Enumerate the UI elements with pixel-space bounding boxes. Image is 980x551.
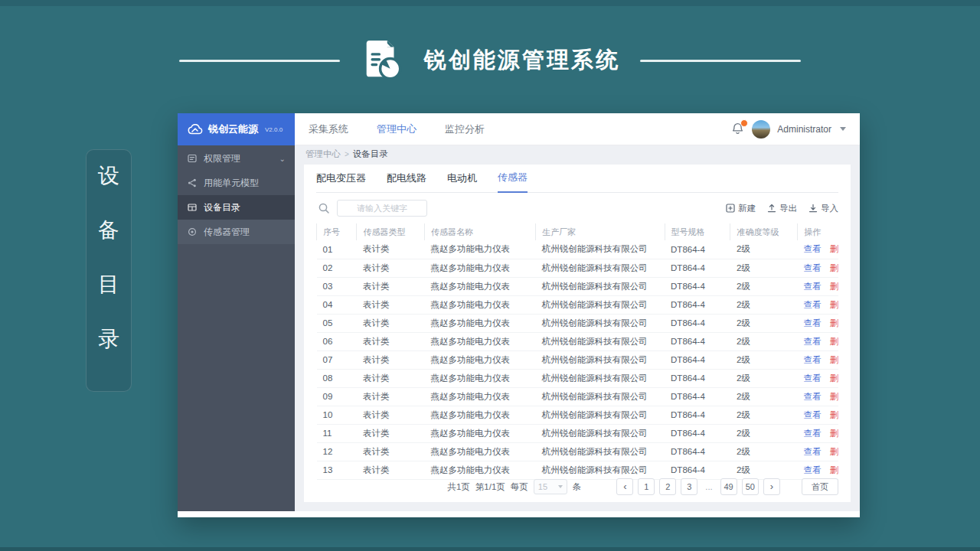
delete-link[interactable]: 删除	[830, 410, 838, 419]
table-header: 序号 传感器类型 传感器名称 生产厂家 型号规格 准确度等级 操作	[317, 223, 839, 240]
cell-model: DT864-4	[665, 424, 730, 442]
topbar-right: Administrator	[731, 120, 846, 139]
view-link[interactable]: 查看	[804, 300, 822, 309]
cell-model: DT864-4	[665, 442, 730, 461]
page-button-3[interactable]: 3	[681, 478, 697, 495]
sidebar-item-permissions[interactable]: 权限管理 ⌄	[178, 146, 295, 171]
delete-link[interactable]: 删除	[830, 337, 838, 346]
table-row: 04 表计类 燕赵多功能电力仪表 杭州锐创能源科技有限公司 DT864-4 2级…	[317, 295, 839, 314]
view-link[interactable]: 查看	[804, 337, 822, 346]
delete-link[interactable]: 删除	[830, 392, 838, 401]
next-page-button[interactable]: ›	[763, 478, 780, 495]
delete-link[interactable]: 删除	[830, 373, 838, 383]
avatar[interactable]	[752, 120, 770, 139]
cell-no: 11	[317, 424, 357, 442]
view-link[interactable]: 查看	[804, 282, 822, 291]
view-link[interactable]: 查看	[804, 318, 822, 328]
sidebar-item-label: 权限管理	[204, 152, 240, 165]
view-link[interactable]: 查看	[804, 355, 822, 364]
sidebar-item-device-catalog[interactable]: 设备目录	[178, 195, 295, 220]
delete-link[interactable]: 删除	[830, 263, 838, 272]
nav-item-management-center[interactable]: 管理中心	[377, 122, 416, 136]
breadcrumb-parent[interactable]: 管理中心	[305, 148, 341, 160]
export-button[interactable]: 导出	[767, 203, 797, 214]
import-button-label: 导入	[821, 203, 838, 214]
cell-model: DT864-4	[665, 240, 730, 259]
col-accuracy: 准确度等级	[730, 223, 798, 240]
tab-bar: 配电变压器 配电线路 电动机 传感器	[316, 165, 838, 193]
view-link[interactable]: 查看	[804, 373, 822, 383]
search-input[interactable]	[337, 200, 427, 217]
tab-distribution-line[interactable]: 配电线路	[387, 171, 426, 192]
nav-item-collection-system[interactable]: 采集系统	[309, 122, 348, 136]
delete-link[interactable]: 删除	[830, 447, 838, 456]
tab-distribution-transformer[interactable]: 配电变压器	[316, 171, 366, 192]
sidebar-item-energy-unit-model[interactable]: 用能单元模型	[178, 171, 295, 195]
page-button-49[interactable]: 49	[720, 478, 737, 495]
table-row: 12 表计类 燕赵多功能电力仪表 杭州锐创能源科技有限公司 DT864-4 2级…	[317, 442, 839, 461]
cell-accuracy: 2级	[730, 314, 798, 332]
new-button[interactable]: 新建	[726, 203, 756, 214]
delete-link[interactable]: 删除	[830, 282, 838, 291]
cell-sensor-type: 表计类	[357, 424, 425, 442]
delete-link[interactable]: 删除	[830, 465, 838, 474]
select-caret-icon	[558, 485, 563, 488]
grid-table-icon	[187, 203, 197, 213]
cell-actions: 查看 删除	[798, 240, 838, 259]
view-link[interactable]: 查看	[804, 447, 822, 456]
delete-link[interactable]: 删除	[830, 355, 838, 364]
tab-sensor[interactable]: 传感器	[498, 171, 528, 193]
table-row: 02 表计类 燕赵多功能电力仪表 杭州锐创能源科技有限公司 DT864-4 2级…	[317, 259, 839, 277]
view-link[interactable]: 查看	[804, 429, 822, 438]
nav-item-monitoring-analysis[interactable]: 监控分析	[445, 122, 485, 136]
cell-manufacturer: 杭州锐创能源科技有限公司	[536, 461, 665, 479]
page-button-2[interactable]: 2	[659, 478, 676, 495]
delete-link[interactable]: 删除	[830, 244, 838, 253]
cell-sensor-type: 表计类	[357, 314, 425, 332]
share-nodes-icon	[187, 178, 197, 188]
delete-link[interactable]: 删除	[830, 429, 838, 438]
username[interactable]: Administrator	[777, 124, 831, 135]
cell-sensor-type: 表计类	[357, 295, 425, 314]
toolbar: 新建 导出 导入	[316, 193, 838, 223]
view-link[interactable]: 查看	[804, 263, 822, 272]
delete-link[interactable]: 删除	[830, 300, 838, 309]
first-page-button[interactable]: 首页	[802, 478, 838, 495]
cell-actions: 查看 删除	[798, 314, 838, 332]
tab-electric-motor[interactable]: 电动机	[447, 171, 477, 192]
per-page-select[interactable]: 15	[534, 479, 567, 494]
view-link[interactable]: 查看	[804, 244, 822, 253]
cell-manufacturer: 杭州锐创能源科技有限公司	[536, 350, 665, 369]
delete-link[interactable]: 删除	[830, 318, 838, 328]
new-button-label: 新建	[738, 203, 756, 214]
view-link[interactable]: 查看	[804, 465, 822, 474]
breadcrumb-separator: >	[345, 150, 349, 158]
plus-square-icon	[726, 204, 735, 213]
import-button[interactable]: 导入	[808, 203, 838, 214]
page-button-1[interactable]: 1	[638, 478, 655, 495]
view-link[interactable]: 查看	[804, 392, 822, 401]
cell-actions: 查看 删除	[798, 295, 838, 314]
sidebar-item-label: 用能单元模型	[204, 177, 259, 190]
page-button-50[interactable]: 50	[742, 478, 759, 495]
top-band	[0, 0, 980, 6]
cloud-icon	[188, 124, 203, 135]
cell-sensor-type: 表计类	[357, 406, 425, 424]
cell-sensor-type: 表计类	[357, 387, 425, 406]
notification-bell-icon[interactable]	[731, 122, 745, 136]
view-link[interactable]: 查看	[804, 410, 822, 419]
user-caret-down-icon[interactable]	[840, 127, 846, 131]
cell-actions: 查看 删除	[798, 350, 838, 369]
cell-actions: 查看 删除	[798, 259, 838, 277]
page-title: 锐创能源管理系统	[424, 45, 620, 76]
sidebar-item-sensor-management[interactable]: 传感器管理	[178, 220, 295, 244]
cell-model: DT864-4	[665, 350, 730, 369]
prev-page-button[interactable]: ‹	[616, 478, 633, 495]
cell-accuracy: 2级	[730, 259, 798, 277]
cell-manufacturer: 杭州锐创能源科技有限公司	[536, 295, 665, 314]
sensor-table: 序号 传感器类型 传感器名称 生产厂家 型号规格 准确度等级 操作 01 表计类…	[316, 223, 838, 480]
cell-sensor-name: 燕赵多功能电力仪表	[425, 277, 536, 295]
cell-actions: 查看 删除	[798, 406, 838, 424]
permissions-icon	[187, 154, 197, 164]
cell-sensor-type: 表计类	[357, 350, 425, 369]
